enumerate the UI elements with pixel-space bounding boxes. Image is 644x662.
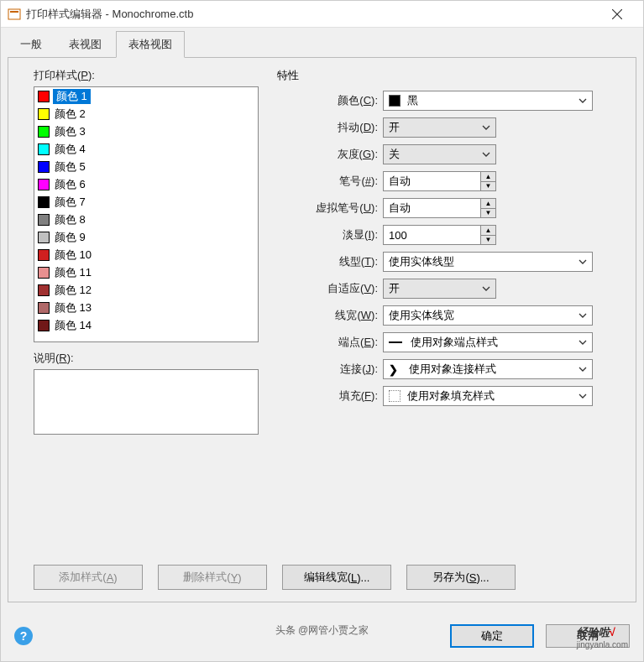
tab-tableview[interactable]: 表格视图 [116,31,185,58]
svg-rect-1 [10,11,18,13]
vpen-label: 虚拟笔号(U): [277,201,378,216]
endcap-dropdown[interactable]: 使用对象端点样式 [383,332,593,352]
spin-up-icon[interactable]: ▲ [481,172,495,182]
list-item[interactable]: 颜色 11 [34,263,258,281]
chevron-down-icon [480,122,492,133]
list-item[interactable]: 颜色 10 [34,246,258,263]
vpen-stepper[interactable]: 自动 ▲▼ [383,198,496,218]
list-item-label: 颜色 2 [53,107,87,122]
color-swatch-icon [38,196,50,208]
left-panel: 打印样式(P): 颜色 1颜色 2颜色 3颜色 4颜色 5颜色 6颜色 7颜色 … [34,68,269,435]
list-item[interactable]: 颜色 12 [34,281,258,299]
spin-up-icon[interactable]: ▲ [481,199,495,209]
lineweight-label: 线宽(W): [277,308,378,323]
list-item-label: 颜色 5 [53,159,87,175]
linetype-label: 线型(T): [277,254,378,269]
app-icon [8,8,21,21]
save-as-button[interactable]: 另存为(S)... [406,565,516,590]
window-title: 打印样式编辑器 - Monochrome.ctb [26,7,598,22]
list-item-label: 颜色 6 [53,177,87,192]
dither-dropdown[interactable]: 开 [383,117,496,138]
tab-general[interactable]: 一般 [8,31,55,58]
list-item[interactable]: 颜色 5 [34,158,258,175]
color-swatch-icon [38,179,50,190]
chevron-down-icon [577,95,589,107]
list-item-label: 颜色 12 [53,283,93,298]
tab-content: 打印样式(P): 颜色 1颜色 2颜色 3颜色 4颜色 5颜色 6颜色 7颜色 … [8,57,636,602]
styles-listbox[interactable]: 颜色 1颜色 2颜色 3颜色 4颜色 5颜色 6颜色 7颜色 8颜色 9颜色 1… [34,86,259,342]
ok-button[interactable]: 确定 [450,624,534,648]
adaptive-label: 自适应(V): [277,281,378,296]
color-swatch-icon [38,232,50,243]
list-item-label: 颜色 11 [53,265,93,280]
help-icon[interactable]: ? [14,627,33,645]
list-item[interactable]: 颜色 9 [34,228,258,246]
dialog-window: 打印样式编辑器 - Monochrome.ctb 一般 表视图 表格视图 打印样… [0,0,644,662]
fade-label: 淡显(I): [277,227,378,242]
fade-stepper[interactable]: 100 ▲▼ [383,225,496,245]
list-item-label: 颜色 9 [53,230,87,245]
list-item[interactable]: 颜色 3 [34,122,258,140]
spin-down-icon[interactable]: ▼ [481,209,495,218]
list-item[interactable]: 颜色 7 [34,193,258,211]
list-item[interactable]: 颜色 2 [34,105,258,122]
fill-icon [389,390,401,402]
svg-rect-0 [8,9,20,19]
description-label: 说明(R): [34,351,269,366]
list-item[interactable]: 颜色 4 [34,140,258,158]
fill-dropdown[interactable]: 使用对象填充样式 [383,386,593,406]
list-item-label: 颜色 4 [53,142,87,157]
color-swatch-icon [38,126,50,138]
spin-up-icon[interactable]: ▲ [481,226,495,236]
styles-label: 打印样式(P): [34,68,269,83]
tabstrip: 一般 表视图 表格视图 [1,28,643,58]
properties-title: 特性 [277,68,596,83]
color-swatch-icon [38,91,50,102]
list-item-label: 颜色 3 [53,124,87,139]
list-item[interactable]: 颜色 8 [34,211,258,228]
color-label: 颜色(C): [277,93,378,108]
list-item-label: 颜色 10 [53,248,93,263]
list-item-label: 颜色 7 [53,195,87,210]
endcap-label: 端点(E): [277,335,378,350]
delete-style-button[interactable]: 删除样式(Y) [158,565,267,590]
chevron-down-icon [577,390,589,402]
grayscale-dropdown[interactable]: 关 [383,144,496,164]
adaptive-dropdown[interactable]: 开 [383,279,496,299]
lineweight-dropdown[interactable]: 使用实体线宽 [383,305,593,326]
color-swatch-icon [38,143,50,155]
properties-panel: 特性 颜色(C): 黑 抖动(D): 开 灰度(G): 关 [277,68,596,412]
list-item[interactable]: 颜色 6 [34,175,258,193]
color-swatch-icon [38,108,50,120]
linetype-dropdown[interactable]: 使用实体线型 [383,252,593,272]
spin-down-icon[interactable]: ▼ [481,236,495,245]
chevron-down-icon [480,149,492,160]
dither-label: 抖动(D): [277,120,378,135]
close-button[interactable] [598,1,636,28]
list-item[interactable]: 颜色 14 [34,316,258,334]
line-icon [389,341,402,343]
description-textarea[interactable] [34,369,259,435]
color-dropdown[interactable]: 黑 [383,91,593,111]
color-swatch-icon [38,214,50,226]
color-swatch-icon [38,284,50,296]
watermark: 经验啦√ jingyanla.com [577,625,628,649]
watermark-byline: 头条 @网管小贾之家 [275,623,369,638]
chevron-down-icon [577,363,589,375]
edit-lineweight-button[interactable]: 编辑线宽(L)... [282,565,391,590]
add-style-button[interactable]: 添加样式(A) [34,565,143,590]
pen-stepper[interactable]: 自动 ▲▼ [383,171,496,191]
list-item[interactable]: 颜色 13 [34,299,258,316]
spin-down-icon[interactable]: ▼ [481,182,495,191]
color-swatch-icon [38,161,50,173]
tab-formview[interactable]: 表视图 [56,31,114,58]
list-item-label: 颜色 8 [53,212,87,227]
chevron-down-icon [480,283,492,295]
list-item-label: 颜色 1 [53,89,91,104]
join-label: 连接(J): [277,362,378,377]
list-item[interactable]: 颜色 1 [34,87,258,105]
color-swatch-icon [38,267,50,279]
chevron-down-icon [577,336,589,348]
join-dropdown[interactable]: ❯ 使用对象连接样式 [383,359,593,379]
chevron-down-icon [577,256,589,268]
